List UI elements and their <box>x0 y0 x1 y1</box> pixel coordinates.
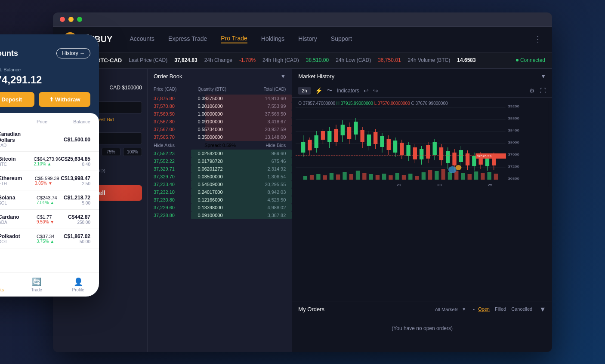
connected-dot <box>516 59 519 61</box>
tab-filled[interactable]: Filled <box>495 306 506 312</box>
market-history-collapse-icon[interactable]: ▼ <box>540 73 546 80</box>
asset-balance-units: 50.00 <box>64 239 91 244</box>
chart-type-icon[interactable]: ⚡ <box>315 87 322 94</box>
undo-icon[interactable]: ↩ <box>364 87 369 94</box>
order-book-ask-row[interactable]: 37,570.80 0.20106000 7,553.99 <box>148 102 292 110</box>
mobile-assets-list: Asset Price Balance $ Canadian Dollars C… <box>0 113 99 272</box>
hide-asks-link[interactable]: Hide Asks <box>154 143 175 148</box>
pct-100-button[interactable]: 100% <box>123 148 142 156</box>
order-book-bid-row[interactable]: 37,232.10 0.24017000 8,942.03 <box>148 188 292 196</box>
ask-total: 3,418.67 <box>242 119 286 124</box>
my-orders-collapse-icon[interactable]: ▼ <box>539 306 546 313</box>
chart-wave-icon[interactable]: 〜 <box>327 87 333 95</box>
tab-open[interactable]: Open <box>478 306 490 312</box>
nav-holdings[interactable]: Holdings <box>261 35 284 43</box>
pct-75-button[interactable]: 75% <box>102 148 120 156</box>
mobile-inner: Accounts History → Total Est. Balance C$… <box>0 34 99 297</box>
svg-text:39200: 39200 <box>508 104 519 108</box>
svg-rect-63 <box>459 150 463 162</box>
asset-balance-group: C$1,867.02 50.00 <box>64 233 91 244</box>
all-markets-dropdown[interactable]: All Markets <box>435 307 458 312</box>
nav-express-trade[interactable]: Express Trade <box>168 35 207 43</box>
bid-total: 4,529.50 <box>242 197 286 202</box>
bottom-nav-trade[interactable]: 🔄 Trade <box>16 277 58 292</box>
mobile-deposit-button[interactable]: ⬇ Deposit <box>0 92 34 107</box>
order-book-bid-row[interactable]: 37,228.80 0.09100000 3,387.82 <box>148 211 292 219</box>
order-book-ask-row[interactable]: 37,569.50 1.00000000 37,569.50 <box>148 110 292 118</box>
mobile-history-button[interactable]: History → <box>56 48 90 58</box>
nav-support[interactable]: Support <box>331 35 352 43</box>
svg-rect-53 <box>426 145 430 159</box>
order-book-ask-row[interactable]: 37,567.80 0.09100000 3,418.67 <box>148 118 292 125</box>
asset-balance-units: 5.00 <box>64 201 91 205</box>
connection-status: Connected <box>516 57 545 63</box>
hide-bids-link[interactable]: Hide Bids <box>265 143 286 148</box>
asset-name-group: Ethereum ETH <box>0 175 22 186</box>
asset-change: 7.01% ▲ <box>37 200 64 205</box>
asset-change: 3.05% ▼ <box>35 181 61 186</box>
bottom-nav-accounts[interactable]: 🏠 Accounts <box>0 277 16 292</box>
mobile-asset-row[interactable]: ◎ Solana SOL C$243.74 7.01% ▲ C$1,218.72… <box>0 190 99 210</box>
asset-price-group: C$64,273.96 2.10% ▲ <box>34 156 61 166</box>
chart-area: Market History ▼ 2h ⚡ 〜 Indicators ↩ ↪ ⚙… <box>292 69 552 352</box>
nav-more-icon[interactable]: ⋮ <box>534 34 542 44</box>
bid-total: 20,295.55 <box>242 182 286 187</box>
mobile-asset-row[interactable]: Ξ Ethereum ETH C$5,599.39 3.05% ▼ C$13,9… <box>0 171 99 190</box>
mobile-asset-row[interactable]: ₳ Cardano ADA C$1.77 9.50% ▼ C$442.87 25… <box>0 210 99 229</box>
order-book-bid-row[interactable]: 37,230.80 0.12166000 4,529.50 <box>148 196 292 204</box>
bid-price: 37,329.70 <box>154 174 198 179</box>
order-book-bid-row[interactable]: 37,552.22 0.01798728 675.46 <box>148 157 292 165</box>
nav-accounts[interactable]: Accounts <box>130 35 154 43</box>
redo-icon[interactable]: ↪ <box>373 87 378 94</box>
svg-text:37200: 37200 <box>508 164 519 168</box>
tab-cancelled[interactable]: Cancelled <box>511 306 532 312</box>
order-book-ask-row[interactable]: 37,875.80 0.39375000 14,913.60 <box>148 95 292 102</box>
bottom-nav-profile[interactable]: 👤 Profile <box>57 277 99 292</box>
ask-price: 37,567.00 <box>154 127 198 132</box>
order-book-bid-row[interactable]: 37,329.70 0.03500000 1,306.54 <box>148 173 292 180</box>
svg-rect-49 <box>413 147 417 159</box>
chart-high: H 37915.99000000 <box>336 101 373 106</box>
svg-rect-29 <box>347 127 351 139</box>
bid-qty: 0.01798728 <box>198 159 241 164</box>
svg-rect-61 <box>453 153 457 165</box>
order-book-bid-row[interactable]: 37,329.71 0.06201272 2,314.92 <box>148 165 292 173</box>
chart-toolbar: 2h ⚡ 〜 Indicators ↩ ↪ ⚙ ⛶ <box>292 84 552 98</box>
maximize-dot[interactable] <box>77 17 82 22</box>
order-book-bid-row[interactable]: 37,229.60 0.13398000 4,988.02 <box>148 204 292 211</box>
asset-name: Ethereum <box>0 175 22 181</box>
markets-dropdown-arrow[interactable]: ▼ <box>462 307 466 312</box>
minimize-dot[interactable] <box>68 17 74 22</box>
mobile-asset-row[interactable]: $ Canadian Dollars CAD C$1,500.00 <box>0 128 99 152</box>
order-book-bid-row[interactable]: 37,552.23 0.02582000 969.60 <box>148 150 292 157</box>
mobile-header: Accounts History → <box>0 43 99 64</box>
svg-point-111 <box>456 165 462 170</box>
svg-text:38400: 38400 <box>508 128 519 132</box>
order-book-bid-row[interactable]: 37,233.40 0.54509000 20,295.55 <box>148 180 292 188</box>
order-book-collapse-icon[interactable]: ▼ <box>280 73 286 80</box>
chart-ohlc-info: O 37857.47000000 H 37915.99000000 L 3757… <box>298 101 448 106</box>
fullscreen-icon[interactable]: ⛶ <box>540 87 546 94</box>
order-book-column-headers: Price (CAD) Quantity (BTC) Total (CAD) <box>148 84 292 95</box>
svg-rect-41 <box>387 139 391 150</box>
mobile-withdraw-button[interactable]: ⬆ Withdraw <box>39 92 90 107</box>
mobile-asset-row[interactable]: ₿ Bitcoin BTC C$64,273.96 2.10% ▲ C$25,6… <box>0 152 99 171</box>
settings-icon[interactable]: ⚙ <box>529 87 535 94</box>
ticker-pair[interactable]: BTC-CAD <box>96 57 122 64</box>
indicators-button[interactable]: Indicators <box>337 88 359 94</box>
nav-pro-trade[interactable]: Pro Trade <box>221 35 247 43</box>
timeframe-2h-button[interactable]: 2h <box>298 87 310 95</box>
svg-rect-25 <box>334 129 338 142</box>
asset-balance-group: C$1,500.00 <box>64 137 91 143</box>
order-book-ask-row[interactable]: 37,565.70 0.35000000 13,148.00 <box>148 133 292 141</box>
svg-rect-47 <box>407 145 411 156</box>
change-label: 24h Change <box>204 57 232 63</box>
order-book-ask-row[interactable]: 37,567.00 0.55734000 20,937.59 <box>148 125 292 133</box>
profile-nav-icon: 👤 <box>74 277 83 287</box>
svg-rect-96 <box>448 172 452 180</box>
svg-text:21: 21 <box>397 183 401 187</box>
nav-history[interactable]: History <box>298 35 317 43</box>
close-dot[interactable] <box>60 17 65 22</box>
mobile-asset-row[interactable]: ● Polkadot DOT C$37.34 3.75% ▲ C$1,867.0… <box>0 229 99 248</box>
asset-info: ₿ Bitcoin BTC <box>0 155 34 167</box>
